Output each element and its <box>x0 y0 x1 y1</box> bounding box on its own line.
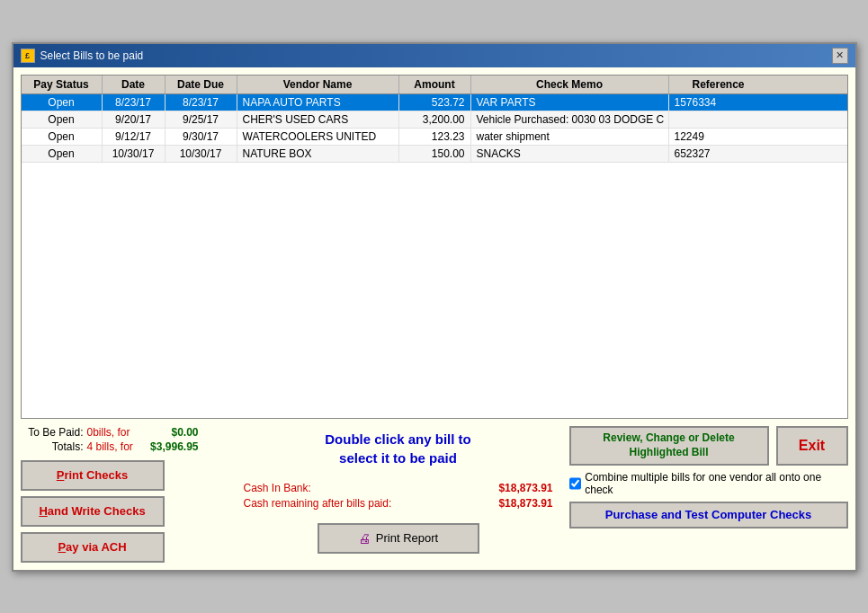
totals-label: Totals: <box>21 440 84 453</box>
cell-reference <box>669 111 768 128</box>
printer-icon: 🖨 <box>358 531 371 546</box>
col-vendor-name: Vendor Name <box>237 76 399 93</box>
purchase-and-test-button[interactable]: Purchase and Test Computer Checks <box>569 502 848 529</box>
col-date: Date <box>103 76 166 93</box>
app-icon: £ <box>21 49 35 63</box>
cell-vendor: WATERCOOLERS UNITED <box>237 129 399 145</box>
cell-amount: 150.00 <box>399 146 471 162</box>
review-change-delete-button[interactable]: Review, Change or Delete Highlighted Bil… <box>569 426 769 466</box>
cell-memo: VAR PARTS <box>471 94 669 111</box>
bills-table-container: Pay Status Date Date Due Vendor Name Amo… <box>21 75 848 419</box>
col-check-memo: Check Memo <box>471 76 669 93</box>
stat-to-be-paid-row: To Be Paid: 0bills, for $0.00 <box>21 426 228 439</box>
title-text: Select Bills to be paid <box>40 49 144 62</box>
title-bar: £ Select Bills to be paid ✕ <box>13 44 855 67</box>
cell-date-due: 9/30/17 <box>166 129 237 145</box>
cash-remaining-label: Cash remaining after bills paid: <box>244 497 392 510</box>
pay-via-ach-button[interactable]: Pay via ACH <box>21 532 165 563</box>
cell-vendor: NATURE BOX <box>237 146 399 162</box>
totals-bills: 4 bills, for <box>87 440 137 453</box>
combine-label: Combine multiple bills for one vendor al… <box>585 471 847 496</box>
right-area: Review, Change or Delete Highlighted Bil… <box>569 426 848 529</box>
cash-remaining-row: Cash remaining after bills paid: $18,873… <box>244 497 553 510</box>
print-report-label: Print Report <box>376 531 438 545</box>
cell-amount: 123.23 <box>399 129 471 145</box>
table-header: Pay Status Date Date Due Vendor Name Amo… <box>22 76 847 94</box>
window-content: Pay Status Date Date Due Vendor Name Amo… <box>13 67 855 570</box>
exit-label: Exit <box>799 438 825 454</box>
review-change-delete-label: Review, Change or Delete Highlighted Bil… <box>575 431 764 459</box>
col-amount: Amount <box>399 76 471 93</box>
cell-memo: SNACKS <box>471 146 669 162</box>
table-row[interactable]: Open 8/23/17 8/23/17 NAPA AUTO PARTS 523… <box>22 94 847 111</box>
cell-vendor: CHER'S USED CARS <box>237 111 399 128</box>
purchase-and-test-label: Purchase and Test Computer Checks <box>605 508 812 521</box>
cell-date: 8/23/17 <box>103 94 166 111</box>
cash-in-bank-label: Cash In Bank: <box>244 482 311 494</box>
cell-date-due: 10/30/17 <box>166 146 237 162</box>
col-date-due: Date Due <box>166 76 237 93</box>
col-reference: Reference <box>669 76 768 93</box>
print-report-button[interactable]: 🖨 Print Report <box>318 523 479 554</box>
middle-area: Double click any bill to select it to be… <box>235 426 562 554</box>
table-body: Open 8/23/17 8/23/17 NAPA AUTO PARTS 523… <box>22 94 847 418</box>
cell-reference: 1576334 <box>669 94 768 111</box>
to-be-paid-bills: 0bills, for <box>87 426 137 439</box>
cell-pay-status: Open <box>22 146 103 162</box>
cell-reference: 12249 <box>669 129 768 145</box>
cell-date-due: 9/25/17 <box>166 111 237 128</box>
hand-write-checks-button[interactable]: Hand Write Checks <box>21 496 165 527</box>
cell-amount: 523.72 <box>399 94 471 111</box>
table-row[interactable]: Open 9/20/17 9/25/17 CHER'S USED CARS 3,… <box>22 111 847 129</box>
cell-memo: water shipment <box>471 129 669 145</box>
cash-in-bank-value: $18,873.91 <box>498 482 552 494</box>
totals-amount: $3,996.95 <box>140 440 199 453</box>
cell-date-due: 8/23/17 <box>166 94 237 111</box>
double-click-message: Double click any bill to select it to be… <box>325 430 471 467</box>
cell-pay-status: Open <box>22 111 103 128</box>
cell-amount: 3,200.00 <box>399 111 471 128</box>
cash-in-bank-row: Cash In Bank: $18,873.91 <box>244 482 553 494</box>
cell-vendor: NAPA AUTO PARTS <box>237 94 399 111</box>
cell-date: 10/30/17 <box>103 146 166 162</box>
close-button[interactable]: ✕ <box>832 48 848 64</box>
combine-row: Combine multiple bills for one vendor al… <box>569 471 848 496</box>
to-be-paid-label: To Be Paid: <box>21 426 84 439</box>
table-row[interactable]: Open 10/30/17 10/30/17 NATURE BOX 150.00… <box>22 146 847 163</box>
cell-memo: Vehicle Purchased: 0030 03 DODGE C <box>471 111 669 128</box>
cell-date: 9/20/17 <box>103 111 166 128</box>
bottom-area: To Be Paid: 0bills, for $0.00 Totals: 4 … <box>21 426 848 563</box>
cell-pay-status: Open <box>22 94 103 111</box>
title-bar-left: £ Select Bills to be paid <box>21 49 144 63</box>
stats-area: To Be Paid: 0bills, for $0.00 Totals: 4 … <box>21 426 228 563</box>
cash-remaining-value: $18,873.91 <box>498 497 552 510</box>
review-exit-row: Review, Change or Delete Highlighted Bil… <box>569 426 848 466</box>
combine-checkbox[interactable] <box>569 477 582 490</box>
col-pay-status: Pay Status <box>22 76 103 93</box>
table-row[interactable]: Open 9/12/17 9/30/17 WATERCOOLERS UNITED… <box>22 129 847 146</box>
cash-info: Cash In Bank: $18,873.91 Cash remaining … <box>235 482 562 512</box>
cell-pay-status: Open <box>22 129 103 145</box>
exit-button[interactable]: Exit <box>776 426 848 466</box>
stat-totals-row: Totals: 4 bills, for $3,996.95 <box>21 440 228 453</box>
print-checks-button[interactable]: Print Checks <box>21 460 165 491</box>
cell-date: 9/12/17 <box>103 129 166 145</box>
to-be-paid-amount: $0.00 <box>140 426 199 439</box>
left-buttons: Print Checks Hand Write Checks Pay via A… <box>21 460 228 563</box>
main-window: £ Select Bills to be paid ✕ Pay Status D… <box>12 42 857 572</box>
cell-reference: 652327 <box>669 146 768 162</box>
